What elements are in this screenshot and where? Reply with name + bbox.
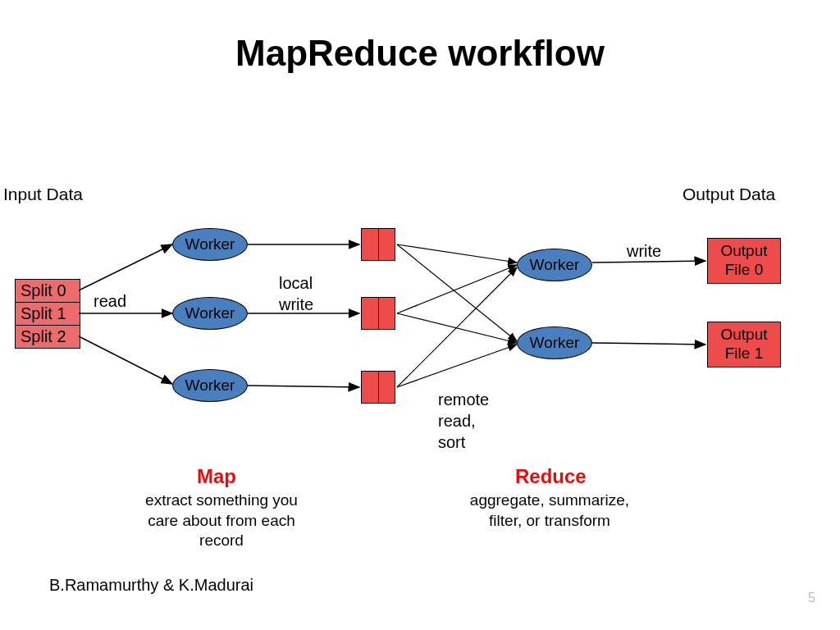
output-data-label: Output Data [682, 185, 775, 204]
split-2: Split 2 [16, 326, 80, 348]
diagram-arrows [0, 0, 840, 630]
reduce-phase-title: Reduce [515, 465, 587, 488]
page-number: 5 [808, 591, 815, 605]
output-file-0: Output File 0 [707, 238, 781, 284]
map-phase-desc: extract something you care about from ea… [135, 491, 308, 551]
intermediate-file-0 [361, 228, 395, 261]
split-1: Split 1 [16, 303, 80, 326]
svg-line-7 [397, 244, 517, 341]
split-0: Split 0 [16, 280, 80, 303]
read-label: read [94, 292, 126, 311]
reduce-worker-1: Worker [517, 326, 592, 359]
map-worker-2: Worker [172, 369, 248, 402]
intermediate-file-1 [361, 297, 395, 330]
authors-credit: B.Ramamurthy & K.Madurai [49, 574, 253, 596]
svg-line-10 [397, 267, 517, 387]
map-worker-0: Worker [172, 228, 248, 261]
svg-line-13 [592, 343, 705, 345]
remote-read-label: remoteread,sort [438, 389, 489, 453]
svg-line-11 [397, 345, 517, 387]
svg-line-12 [592, 261, 705, 262]
input-splits: Split 0 Split 1 Split 2 [15, 279, 80, 349]
reduce-phase-desc: aggregate, summarize, filter, or transfo… [468, 491, 632, 531]
write-label: write [627, 242, 661, 261]
svg-line-5 [248, 386, 359, 387]
map-worker-1: Worker [172, 297, 248, 330]
svg-line-6 [397, 244, 517, 262]
svg-line-8 [397, 265, 517, 313]
map-phase-title: Map [197, 465, 236, 488]
svg-line-2 [79, 336, 172, 384]
local-write-label: localwrite [279, 272, 313, 315]
svg-line-0 [79, 244, 172, 290]
reduce-worker-0: Worker [517, 249, 592, 281]
intermediate-file-2 [361, 371, 395, 404]
slide-title: MapReduce workflow [0, 33, 840, 74]
input-data-label: Input Data [3, 185, 83, 204]
output-file-1: Output File 1 [707, 322, 781, 368]
svg-line-9 [397, 313, 517, 343]
